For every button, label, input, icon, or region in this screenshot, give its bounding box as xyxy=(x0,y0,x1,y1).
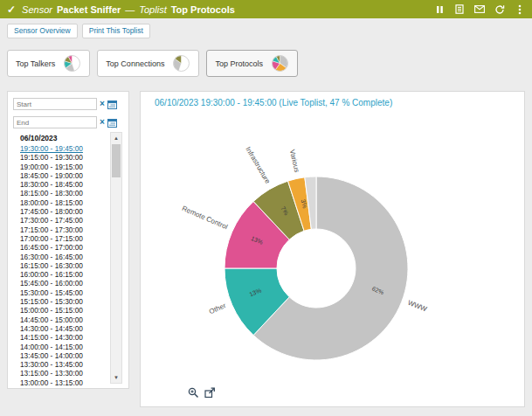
interval-item[interactable]: 17:45:00 - 18:00:00 xyxy=(20,207,107,216)
breadcrumb-separator: — xyxy=(125,4,135,15)
interval-item[interactable]: 18:45:00 - 19:00:00 xyxy=(20,171,107,180)
tab-label: Top Connections xyxy=(106,59,164,68)
zoom-icon[interactable] xyxy=(188,387,199,399)
chart-label: Other xyxy=(208,302,227,315)
donut-chart: 62%WWW13%Other13%Remote Control7%Infrast… xyxy=(141,111,524,392)
time-list-scrollbar[interactable]: ▲ ▼ xyxy=(110,132,122,384)
interval-item[interactable]: 17:15:00 - 17:30:00 xyxy=(20,225,107,234)
start-date-row: × xyxy=(13,98,123,110)
email-icon[interactable] xyxy=(474,4,485,15)
print-toplist-button[interactable]: Print This Toplist xyxy=(82,24,150,38)
breadcrumb-page: Top Protocols xyxy=(171,4,235,15)
scrollbar-thumb[interactable] xyxy=(112,144,121,177)
chart-label: Various xyxy=(288,149,301,173)
chart-label: Infrastructure xyxy=(244,145,272,185)
interval-item[interactable]: 16:45:00 - 17:00:00 xyxy=(20,243,107,252)
interval-date-header: 06/10/2023 xyxy=(20,134,58,142)
calendar-start-icon[interactable] xyxy=(107,100,117,109)
interval-item[interactable]: 16:30:00 - 16:45:00 xyxy=(20,253,107,261)
calendar-end-icon[interactable] xyxy=(107,118,117,128)
interval-item[interactable]: 17:30:00 - 17:45:00 xyxy=(20,216,107,225)
open-external-icon[interactable] xyxy=(204,387,216,399)
interval-item[interactable]: 18:15:00 - 18:30:00 xyxy=(20,189,107,198)
interval-item[interactable]: 19:30:00 - 19:45:00 xyxy=(20,144,107,153)
interval-item[interactable]: 17:00:00 - 17:15:00 xyxy=(20,234,107,243)
interval-item[interactable]: 15:45:00 - 16:00:00 xyxy=(20,279,107,288)
time-filter-panel: × × 06/10/2023 19:30:00 - 19:45:0019:15:… xyxy=(7,91,129,389)
chart-area: 62%WWW13%Other13%Remote Control7%Infrast… xyxy=(141,111,524,396)
interval-item[interactable]: 13:00:00 - 13:15:00 xyxy=(20,378,107,387)
interval-item[interactable]: 18:30:00 - 18:45:00 xyxy=(20,180,107,189)
interval-item[interactable]: 15:15:00 - 15:30:00 xyxy=(20,297,107,306)
toolbar: Sensor Overview Print This Toplist xyxy=(7,24,150,38)
chart-label: WWW xyxy=(406,299,428,314)
pie-chart-icon xyxy=(63,54,81,73)
sensor-overview-button[interactable]: Sensor Overview xyxy=(7,24,78,38)
toplist-title: 06/10/2023 19:30:00 - 19:45:00 (Live Top… xyxy=(155,98,392,107)
interval-item[interactable]: 13:15:00 - 13:30:00 xyxy=(20,369,107,378)
interval-item[interactable]: 18:00:00 - 18:15:00 xyxy=(20,198,107,207)
refresh-icon[interactable] xyxy=(494,4,505,15)
tab-top-talkers[interactable]: Top Talkers xyxy=(7,50,90,77)
end-date-row: × xyxy=(13,116,123,128)
interval-item[interactable]: 14:15:00 - 14:30:00 xyxy=(20,333,107,342)
more-menu-icon[interactable] xyxy=(515,4,525,15)
pie-chart-icon xyxy=(271,54,289,73)
interval-item[interactable]: 14:00:00 - 14:15:00 xyxy=(20,343,107,351)
header-actions xyxy=(434,4,525,15)
toplist-tabs: Top Talkers Top Connections Top Protocol… xyxy=(7,50,298,77)
pie-chart-icon xyxy=(172,54,190,73)
tab-top-protocols[interactable]: Top Protocols xyxy=(206,50,298,77)
tab-label: Top Talkers xyxy=(16,59,55,68)
interval-item[interactable]: 19:00:00 - 19:15:00 xyxy=(20,163,107,171)
clear-end-icon[interactable]: × xyxy=(100,118,105,127)
scroll-down-button[interactable]: ▼ xyxy=(111,372,121,383)
header-bar: ✓ Sensor Packet Sniffer — Toplist Top Pr… xyxy=(0,0,532,18)
breadcrumb-sensor-name[interactable]: Packet Sniffer xyxy=(57,4,121,15)
clear-start-icon[interactable]: × xyxy=(100,100,105,108)
breadcrumb-section: Toplist xyxy=(139,4,166,15)
chart-label: Remote Control xyxy=(181,205,229,232)
end-date-input[interactable] xyxy=(13,116,97,128)
scroll-up-button[interactable]: ▲ xyxy=(111,133,121,143)
toplist-chart-panel: 06/10/2023 19:30:00 - 19:45:00 (Live Top… xyxy=(140,91,525,407)
interval-item[interactable]: 14:45:00 - 15:00:00 xyxy=(20,315,107,324)
interval-item[interactable]: 14:30:00 - 14:45:00 xyxy=(20,324,107,333)
interval-list: 19:30:00 - 19:45:0019:15:00 - 19:30:0019… xyxy=(20,144,107,387)
interval-item[interactable]: 15:00:00 - 15:15:00 xyxy=(20,306,107,315)
interval-item[interactable]: 19:15:00 - 19:30:00 xyxy=(20,153,107,162)
interval-item[interactable]: 13:30:00 - 13:45:00 xyxy=(20,360,107,369)
chart-actions xyxy=(188,387,216,399)
interval-item[interactable]: 16:00:00 - 16:15:00 xyxy=(20,270,107,279)
sensor-status-check-icon: ✓ xyxy=(7,3,16,16)
start-date-input[interactable] xyxy=(13,98,97,110)
interval-item[interactable]: 15:30:00 - 15:45:00 xyxy=(20,288,107,297)
tab-top-connections[interactable]: Top Connections xyxy=(97,50,199,77)
breadcrumb-type: Sensor xyxy=(22,4,52,15)
interval-item[interactable]: 16:15:00 - 16:30:00 xyxy=(20,261,107,270)
pause-icon[interactable] xyxy=(434,4,445,15)
report-icon[interactable] xyxy=(454,4,465,15)
tab-label: Top Protocols xyxy=(215,59,263,68)
interval-item[interactable]: 13:45:00 - 14:00:00 xyxy=(20,351,107,360)
